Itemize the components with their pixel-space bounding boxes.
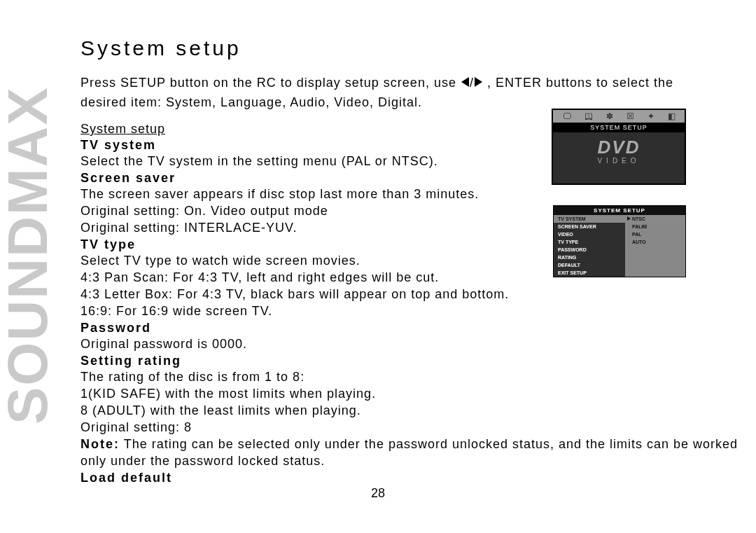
osd2-row: TV TYPEAUTO [554,238,685,246]
intro-paragraph: Press SETUP button on the RC to display … [80,73,682,112]
osd-monitor-icon: 🖵 [563,111,571,121]
osd2-row-label: EXIT SETUP [554,269,625,277]
osd-audio-icon: ✽ [606,111,613,121]
tv-type-body3: 4:3 Letter Box: For 4:3 TV, black bars w… [80,286,742,303]
rating-body3: 8 (ADULT) with the least limits when pla… [80,402,742,419]
osd2-row: PASSWORD [554,246,685,254]
osd2-row-label: PASSWORD [554,246,625,254]
osd1-icon-bar: 🖵 🕮 ✽ ☒ ✦ ◧ [553,110,685,123]
osd1-title: SYSTEM SETUP [553,123,685,132]
right-arrow-small-icon [627,216,631,221]
osd2-row-label: TV TYPE [554,238,625,246]
osd2-row-label: RATING [554,254,625,261]
rating-body2: 1(KID SAFE) with the most limits when pl… [80,385,742,402]
rating-body1: The rating of the disc is from 1 to 8: [80,368,742,385]
osd2-row: VIDEOPAL [554,230,685,238]
osd-preview-menu: SYSTEM SETUP TV SYSTEMNTSCSCREEN SAVERPA… [553,205,686,277]
osd2-rows: TV SYSTEMNTSCSCREEN SAVERPAL60VIDEOPALTV… [554,215,685,277]
rating-label: Setting rating [80,354,742,368]
osd2-row: SCREEN SAVERPAL60 [554,223,685,230]
note-label: Note: [80,437,120,451]
osd2-row-value: NTSC [632,216,685,221]
osd2-row-value: PAL60 [632,224,685,229]
page-number: 28 [0,486,756,501]
note-body: The rating can be selected only under th… [80,437,738,468]
rating-body4: Original setting: 8 [80,419,742,436]
right-arrow-icon [475,77,482,87]
osd2-row: TV SYSTEMNTSC [554,215,685,223]
osd-tool-icon: ✦ [648,111,654,121]
note-line: Note: The rating can be selected only un… [80,436,742,469]
osd1-dvd-logo: DVD VIDEO [553,132,685,165]
load-default-label: Load default [80,471,742,485]
osd1-dvd-text: DVD [553,137,685,158]
tv-type-body4: 16:9: For 16:9 wide screen TV. [80,303,742,319]
osd-lang-icon: 🕮 [584,111,593,121]
osd2-row: DEFAULT [554,261,685,269]
intro-text-1: Press SETUP button on the RC to display … [80,76,461,90]
password-label: Password [80,321,742,335]
osd2-row-label: VIDEO [554,230,625,238]
password-body: Original password is 0000. [80,335,742,352]
osd2-row: RATING [554,254,685,261]
osd-digital-icon: ◧ [668,111,676,121]
osd-preview-main: 🖵 🕮 ✽ ☒ ✦ ◧ SYSTEM SETUP DVD VIDEO [552,109,686,185]
page-title: System setup [80,36,742,60]
osd2-row-value: AUTO [632,240,685,244]
osd2-row-value: PAL [632,232,685,237]
osd2-row-label: SCREEN SAVER [554,223,625,230]
left-arrow-icon [461,77,469,87]
osd2-title: SYSTEM SETUP [554,206,685,215]
brand-vertical-text: SOUNDMAX [0,123,60,424]
osd1-video-text: VIDEO [553,157,685,165]
osd2-row: EXIT SETUP [554,269,685,277]
screen-saver-body1: The screen saver appears if disc stop la… [80,186,742,202]
osd2-row-label: TV SYSTEM [554,215,625,223]
osd2-row-label: DEFAULT [554,261,625,269]
osd-video-icon: ☒ [626,111,634,121]
osd2-row-arrow [625,216,632,221]
